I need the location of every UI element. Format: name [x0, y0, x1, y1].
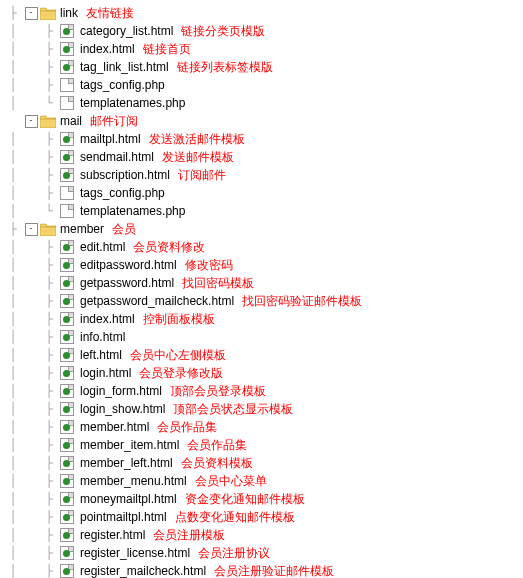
folder-name[interactable]: link [56, 4, 82, 22]
expander-icon[interactable]: - [22, 112, 40, 130]
tree-line: ├ [40, 562, 58, 578]
file-icon [58, 148, 76, 166]
file-name[interactable]: login_form.html [76, 382, 166, 400]
tree-line: ├ [40, 40, 58, 58]
file-name[interactable]: mailtpl.html [76, 130, 145, 148]
file-name[interactable]: tag_link_list.html [76, 58, 173, 76]
folder-icon [40, 223, 56, 236]
file-name[interactable]: getpassword.html [76, 274, 178, 292]
file-icon [58, 256, 76, 274]
folder-name[interactable]: mail [56, 112, 86, 130]
file-desc: 发送激活邮件模板 [145, 130, 249, 148]
file-name[interactable]: register.html [76, 526, 149, 544]
tree-line: └ [40, 94, 58, 112]
tree-line: │ [4, 40, 22, 58]
file-name[interactable]: register_license.html [76, 544, 194, 562]
file-name[interactable]: getpassword_mailcheck.html [76, 292, 238, 310]
file-name[interactable]: left.html [76, 346, 126, 364]
file-desc: 会员登录修改版 [135, 364, 227, 382]
tree-line: ├ [4, 220, 22, 238]
folder-desc: 友情链接 [82, 4, 138, 22]
tree-line: ├ [40, 454, 58, 472]
tree-line: ├ [40, 238, 58, 256]
file-icon [58, 328, 76, 346]
file-name[interactable]: info.html [76, 328, 129, 346]
tree-line: │ [4, 382, 22, 400]
file-desc: 控制面板模板 [139, 310, 219, 328]
file-desc: 顶部会员状态显示模板 [169, 400, 297, 418]
tree-line: │ [4, 526, 22, 544]
tree-line: │ [4, 310, 22, 328]
file-name[interactable]: sendmail.html [76, 148, 158, 166]
file-icon [58, 400, 76, 418]
file-desc: 会员资料修改 [129, 238, 209, 256]
file-name[interactable]: category_list.html [76, 22, 177, 40]
file-icon [58, 436, 76, 454]
file-desc: 会员注册协议 [194, 544, 274, 562]
file-desc: 找回密码验证邮件模板 [238, 292, 366, 310]
expander-icon[interactable]: - [22, 220, 40, 238]
expander-icon[interactable]: - [22, 4, 40, 22]
file-name[interactable]: moneymailtpl.html [76, 490, 181, 508]
file-name[interactable]: tags_config.php [76, 184, 169, 202]
tree-line: │ [4, 166, 22, 184]
file-name[interactable]: login.html [76, 364, 135, 382]
file-icon [58, 202, 76, 220]
file-name[interactable]: pointmailtpl.html [76, 508, 171, 526]
file-name[interactable]: templatenames.php [76, 202, 189, 220]
folder-name[interactable]: member [56, 220, 108, 238]
folder-desc: 邮件订阅 [86, 112, 142, 130]
folder-icon [40, 115, 56, 128]
file-name[interactable]: login_show.html [76, 400, 169, 418]
file-name[interactable]: edit.html [76, 238, 129, 256]
file-icon [58, 454, 76, 472]
tree-line: ├ [40, 472, 58, 490]
file-desc: 资金变化通知邮件模板 [181, 490, 309, 508]
tree-line: │ [4, 94, 22, 112]
tree-line: │ [4, 184, 22, 202]
tree-line: ├ [40, 22, 58, 40]
tree-line: │ [4, 274, 22, 292]
tree-line: │ [4, 400, 22, 418]
file-name[interactable]: member.html [76, 418, 153, 436]
file-name[interactable]: tags_config.php [76, 76, 169, 94]
file-name[interactable]: subscription.html [76, 166, 174, 184]
tree-line: │ [4, 256, 22, 274]
file-desc: 链接首页 [139, 40, 195, 58]
tree-line: │ [4, 472, 22, 490]
tree-line: │ [4, 328, 22, 346]
file-name[interactable]: editpassword.html [76, 256, 181, 274]
file-name[interactable]: member_left.html [76, 454, 177, 472]
file-name[interactable]: index.html [76, 310, 139, 328]
tree-line: ├ [4, 4, 22, 22]
tree-line: ├ [40, 364, 58, 382]
tree-line: ├ [40, 508, 58, 526]
tree-line: │ [4, 454, 22, 472]
tree-line: │ [4, 292, 22, 310]
file-icon [58, 382, 76, 400]
file-desc: 会员资料模板 [177, 454, 257, 472]
file-icon [58, 346, 76, 364]
file-desc: 会员注册验证邮件模板 [210, 562, 338, 578]
folder-icon [40, 7, 56, 20]
file-name[interactable]: index.html [76, 40, 139, 58]
file-icon [58, 490, 76, 508]
tree-line: │ [4, 364, 22, 382]
file-desc: 顶部会员登录模板 [166, 382, 270, 400]
tree-line: │ [4, 22, 22, 40]
tree-line: ├ [40, 292, 58, 310]
tree-line: │ [4, 130, 22, 148]
tree-line: ├ [40, 418, 58, 436]
tree-line: │ [4, 346, 22, 364]
file-name[interactable]: templatenames.php [76, 94, 189, 112]
file-icon [58, 76, 76, 94]
tree-line: │ [4, 238, 22, 256]
file-icon [58, 166, 76, 184]
file-icon [58, 418, 76, 436]
file-name[interactable]: member_item.html [76, 436, 183, 454]
file-icon [58, 526, 76, 544]
file-name[interactable]: member_menu.html [76, 472, 191, 490]
tree-line: │ [4, 76, 22, 94]
tree-line: ├ [40, 274, 58, 292]
file-name[interactable]: register_mailcheck.html [76, 562, 210, 578]
